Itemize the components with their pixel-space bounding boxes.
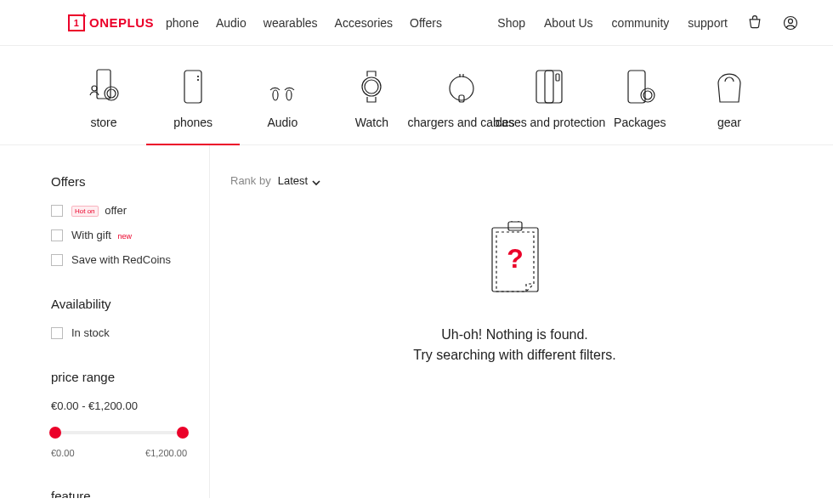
filter-offer-hoton[interactable]: Hot on offer xyxy=(51,204,209,217)
packages-icon xyxy=(624,66,656,104)
hoton-tag: Hot on xyxy=(71,206,99,217)
cat-cases[interactable]: cases and protection xyxy=(508,66,593,129)
checkbox xyxy=(51,254,63,266)
price-title: price range xyxy=(51,370,209,384)
empty-line1: Uh-oh! Nothing is found. xyxy=(413,325,615,345)
svg-rect-6 xyxy=(184,71,201,103)
checkbox xyxy=(51,327,63,339)
cat-store[interactable]: store xyxy=(61,66,146,129)
cat-packages[interactable]: Packages xyxy=(598,66,683,129)
cat-label: gear xyxy=(717,116,741,129)
category-tabs: store phones Audio Watch chargers and ca… xyxy=(0,46,833,145)
brand-name: ONEPLUS xyxy=(89,15,154,30)
profile-icon[interactable] xyxy=(782,14,799,31)
chevron-down-icon xyxy=(312,177,320,185)
svg-text:?: ? xyxy=(507,243,524,274)
cat-label: Audio xyxy=(267,116,298,129)
audio-icon xyxy=(264,66,301,104)
nav-primary: phone Audio wearables Accesories Offers xyxy=(166,16,442,30)
cart-icon[interactable] xyxy=(746,14,763,31)
filter-offers: Offers Hot on offer With gift new xyxy=(51,174,209,266)
slider-labels: €0.00 €1,200.00 xyxy=(51,448,187,458)
availability-title: Availability xyxy=(51,297,209,311)
nav-community[interactable]: community xyxy=(612,16,670,30)
store-icon xyxy=(86,66,122,104)
checkbox xyxy=(51,205,63,217)
cat-label: Packages xyxy=(614,116,666,129)
cat-label: cases and protection xyxy=(496,116,605,129)
svg-rect-21 xyxy=(508,222,522,230)
nav-offers[interactable]: Offers xyxy=(410,16,442,30)
svg-point-4 xyxy=(107,89,116,98)
nav-wearables[interactable]: wearables xyxy=(264,16,318,30)
nav-about[interactable]: About Us xyxy=(544,16,593,30)
phones-icon xyxy=(184,66,202,104)
cat-phones[interactable]: phones xyxy=(150,66,235,129)
price-min: €0.00 xyxy=(51,448,75,458)
nav-secondary: Shop About Us community support xyxy=(497,14,799,31)
watch-icon xyxy=(360,66,382,104)
svg-point-12 xyxy=(365,80,378,93)
svg-point-9 xyxy=(273,90,278,100)
svg-point-10 xyxy=(286,90,292,100)
svg-rect-2 xyxy=(97,70,110,99)
filters-sidebar: Offers Hot on offer With gift new xyxy=(0,145,210,498)
cat-watch[interactable]: Watch xyxy=(329,66,414,129)
svg-rect-14 xyxy=(459,95,464,102)
price-slider[interactable] xyxy=(51,431,187,434)
filter-price: price range €0.00 - €1,200.00 €0.00 €1,2… xyxy=(51,370,209,458)
new-tag: new xyxy=(118,232,133,241)
gift-label: With gift xyxy=(71,229,111,241)
cat-audio[interactable]: Audio xyxy=(240,66,325,129)
price-range-text: €0.00 - €1,200.00 xyxy=(51,399,209,412)
slider-thumb-min[interactable] xyxy=(49,427,61,439)
filter-offer-gift[interactable]: With gift new xyxy=(51,229,209,241)
empty-text: Uh-oh! Nothing is found. Try searching w… xyxy=(413,325,615,365)
slider-track xyxy=(51,431,187,434)
nav-audio[interactable]: Audio xyxy=(216,16,246,30)
filter-feature: feature xyxy=(51,489,209,498)
filter-instock[interactable]: In stock xyxy=(51,326,209,339)
price-max: €1,200.00 xyxy=(145,448,187,458)
brand-logo[interactable]: ONEPLUS xyxy=(68,14,154,31)
svg-rect-17 xyxy=(556,74,559,81)
logo-icon xyxy=(68,14,85,31)
cat-label: store xyxy=(90,116,116,129)
empty-line2: Try searching with different filters. xyxy=(413,345,615,365)
nav-support[interactable]: support xyxy=(688,16,728,30)
svg-point-5 xyxy=(92,86,97,91)
cat-chargers[interactable]: chargers and cables xyxy=(419,66,504,129)
instock-label: In stock xyxy=(71,326,110,339)
svg-point-13 xyxy=(450,76,473,100)
feature-title: feature xyxy=(51,489,209,498)
nav-phone[interactable]: phone xyxy=(166,16,199,30)
rank-by-label: Rank by xyxy=(230,174,271,187)
svg-point-8 xyxy=(198,80,199,81)
sort-control: Rank by Latest xyxy=(230,174,799,187)
slider-thumb-max[interactable] xyxy=(177,427,189,439)
svg-point-1 xyxy=(789,19,793,23)
cat-label: Watch xyxy=(355,116,388,129)
body: Offers Hot on offer With gift new xyxy=(0,145,833,498)
filter-availability: Availability In stock xyxy=(51,297,209,339)
gear-icon xyxy=(715,66,744,104)
rank-dropdown[interactable]: Latest xyxy=(278,174,320,187)
offers-title: Offers xyxy=(51,174,209,189)
offer-label: offer xyxy=(105,204,127,217)
nav-shop[interactable]: Shop xyxy=(497,16,525,30)
cat-gear[interactable]: gear xyxy=(687,66,772,129)
checkbox xyxy=(51,229,63,241)
redcoins-label: Save with RedCoins xyxy=(71,253,171,266)
empty-state: ? Uh-oh! Nothing is found. Try searching… xyxy=(230,221,799,365)
header: ONEPLUS phone Audio wearables Accesories… xyxy=(0,0,833,46)
chargers-icon xyxy=(446,66,477,104)
filter-offer-redcoins[interactable]: Save with RedCoins xyxy=(51,253,209,266)
nav-accessories[interactable]: Accesories xyxy=(335,16,393,30)
empty-clipboard-icon: ? xyxy=(485,221,545,296)
cases-icon xyxy=(536,66,566,104)
rank-value: Latest xyxy=(278,174,308,187)
cat-label: phones xyxy=(173,116,212,129)
svg-point-7 xyxy=(198,76,199,77)
main-content: Rank by Latest ? xyxy=(210,145,833,498)
svg-rect-18 xyxy=(628,71,645,103)
